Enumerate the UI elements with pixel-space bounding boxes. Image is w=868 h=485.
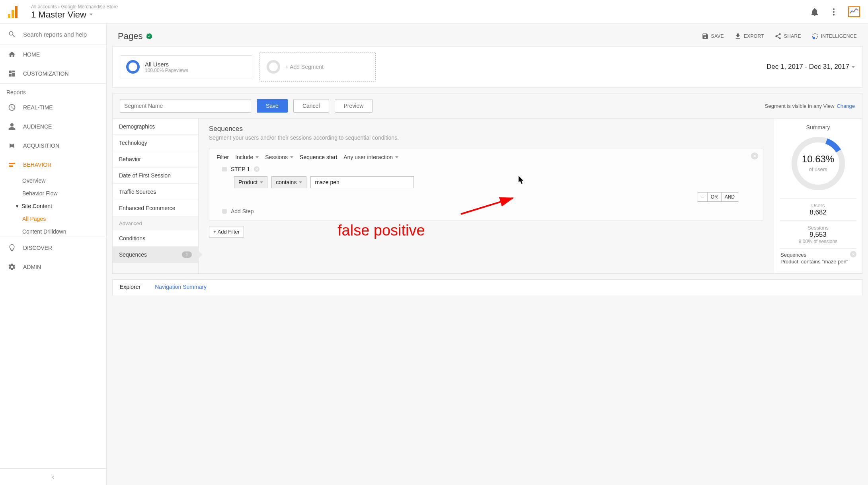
sidebar: HOME CUSTOMIZATION Reports REAL-TIME AUD… bbox=[0, 24, 107, 485]
remove-condition-button[interactable]: – bbox=[698, 192, 708, 202]
summary-donut: 10.63% of users bbox=[788, 134, 848, 193]
svg-rect-7 bbox=[12, 71, 15, 72]
change-link[interactable]: Change bbox=[837, 103, 855, 109]
visibility-text: Segment is visible in any ViewChange bbox=[765, 103, 855, 109]
action-intelligence[interactable]: INTELLIGENCE bbox=[811, 33, 857, 40]
share-icon bbox=[774, 33, 782, 40]
remove-filter-button[interactable]: ✕ bbox=[751, 152, 758, 160]
svg-point-4 bbox=[833, 11, 835, 13]
step-indicator-icon bbox=[222, 167, 227, 171]
acquisition-icon bbox=[8, 142, 16, 150]
topbar: All accounts › Google Merchandise Store … bbox=[0, 0, 868, 24]
seq-summary-close[interactable]: ✕ bbox=[850, 251, 856, 257]
cat-traffic[interactable]: Traffic Sources bbox=[113, 184, 198, 200]
svg-point-3 bbox=[833, 8, 835, 10]
include-dropdown[interactable]: Include bbox=[235, 154, 259, 160]
view-title[interactable]: 1 Master View bbox=[31, 10, 118, 20]
or-button[interactable]: OR bbox=[707, 192, 722, 202]
summary-percent-label: of users bbox=[788, 166, 848, 172]
svg-rect-6 bbox=[9, 71, 12, 74]
segment-name-input[interactable] bbox=[120, 99, 251, 113]
tab-explorer[interactable]: Explorer bbox=[113, 280, 148, 295]
sidebar-collapse[interactable]: ‹ bbox=[0, 468, 106, 485]
cat-ecommerce[interactable]: Enhanced Ecommerce bbox=[113, 200, 198, 216]
seq-summary-title: Sequences bbox=[780, 252, 856, 258]
export-icon bbox=[734, 33, 741, 40]
ga-logo-icon bbox=[8, 6, 18, 18]
add-filter-button[interactable]: + Add Filter bbox=[209, 226, 244, 238]
svg-point-15 bbox=[268, 61, 279, 72]
person-icon bbox=[8, 123, 16, 131]
clock-icon bbox=[8, 103, 16, 111]
add-step-button[interactable]: Add Step bbox=[222, 208, 756, 214]
svg-rect-1 bbox=[12, 10, 14, 18]
cat-technology[interactable]: Technology bbox=[113, 135, 198, 151]
bulb-icon bbox=[8, 244, 16, 252]
action-save[interactable]: SAVE bbox=[702, 33, 724, 40]
nav-discover[interactable]: DISCOVER bbox=[0, 238, 106, 257]
breadcrumb[interactable]: All accounts › Google Merchandise Store bbox=[31, 4, 118, 10]
seq-summary-desc: Product: contains "maze pen" bbox=[780, 259, 856, 265]
dashboard-icon bbox=[8, 70, 16, 78]
intelligence-icon bbox=[811, 33, 819, 40]
save-icon bbox=[702, 33, 709, 40]
cat-sequences[interactable]: Sequences1 bbox=[113, 247, 198, 263]
sub-behavior-flow[interactable]: Behavior Flow bbox=[0, 187, 106, 200]
filter-label: Filter bbox=[217, 154, 229, 160]
nav-admin[interactable]: ADMIN bbox=[0, 257, 106, 277]
cat-conditions[interactable]: Conditions bbox=[113, 230, 198, 247]
match-dropdown[interactable]: contains bbox=[271, 176, 306, 188]
nav-home[interactable]: HOME bbox=[0, 45, 106, 64]
cat-first-session[interactable]: Date of First Session bbox=[113, 168, 198, 184]
add-segment[interactable]: + Add Segment bbox=[259, 52, 376, 82]
remove-step-button[interactable]: ✕ bbox=[254, 166, 259, 172]
svg-rect-10 bbox=[9, 163, 15, 164]
summary-percent: 10.63% bbox=[788, 154, 848, 165]
segment-builder: Save Cancel Preview Segment is visible i… bbox=[112, 93, 862, 274]
svg-rect-2 bbox=[15, 6, 18, 18]
users-label: Users bbox=[780, 203, 856, 208]
cat-demographics[interactable]: Demographics bbox=[113, 119, 198, 135]
more-vert-icon[interactable] bbox=[829, 7, 839, 17]
seq-start-dropdown[interactable]: Any user interaction bbox=[343, 154, 398, 160]
search-icon[interactable] bbox=[8, 30, 16, 38]
scope-dropdown[interactable]: Sessions bbox=[265, 154, 293, 160]
cat-behavior[interactable]: Behavior bbox=[113, 151, 198, 168]
date-range-picker[interactable]: Dec 1, 2017 - Dec 31, 2017 bbox=[767, 63, 855, 71]
dimension-dropdown[interactable]: Product bbox=[234, 176, 267, 188]
nav-behavior[interactable]: BEHAVIOR bbox=[0, 155, 106, 174]
sessions-label: Sessions bbox=[780, 225, 856, 231]
action-share[interactable]: SHARE bbox=[774, 33, 801, 40]
home-icon bbox=[8, 51, 16, 58]
bell-icon[interactable] bbox=[810, 7, 819, 17]
sub-content-drilldown[interactable]: Content Drilldown bbox=[0, 225, 106, 238]
segment-all-users[interactable]: All Users 100.00% Pageviews bbox=[120, 55, 252, 78]
sub-all-pages[interactable]: All Pages bbox=[0, 212, 106, 225]
svg-point-13 bbox=[813, 37, 815, 39]
and-button[interactable]: AND bbox=[721, 192, 738, 202]
behavior-icon bbox=[8, 161, 16, 169]
editor-title: Sequences bbox=[209, 125, 763, 133]
condition-value-input[interactable] bbox=[310, 176, 414, 188]
save-button[interactable]: Save bbox=[257, 99, 288, 113]
main-content: Pages SAVE EXPORT SHARE INTELLIGENCE All… bbox=[107, 24, 868, 485]
preview-button[interactable]: Preview bbox=[335, 99, 373, 113]
action-export[interactable]: EXPORT bbox=[734, 33, 764, 40]
nav-realtime[interactable]: REAL-TIME bbox=[0, 98, 106, 117]
cancel-button[interactable]: Cancel bbox=[293, 99, 329, 113]
donut-icon bbox=[126, 60, 140, 74]
insights-chart-icon[interactable] bbox=[848, 6, 860, 17]
tab-nav-summary[interactable]: Navigation Summary bbox=[148, 280, 214, 295]
search-input[interactable] bbox=[23, 31, 98, 38]
segment-bar: All Users 100.00% Pageviews + Add Segmen… bbox=[112, 46, 862, 88]
summary-title: Summary bbox=[780, 124, 856, 131]
nav-customization[interactable]: CUSTOMIZATION bbox=[0, 64, 106, 83]
svg-point-5 bbox=[833, 14, 835, 16]
nav-audience[interactable]: AUDIENCE bbox=[0, 117, 106, 136]
sessions-pct: 9.00% of sessions bbox=[780, 239, 856, 244]
sub-site-content[interactable]: ▼Site Content bbox=[0, 200, 106, 212]
svg-point-14 bbox=[127, 61, 138, 72]
nav-acquisition[interactable]: ACQUISITION bbox=[0, 136, 106, 155]
summary-pane: Summary 10.63% of users Users 8,682 bbox=[774, 119, 862, 273]
sub-overview[interactable]: Overview bbox=[0, 174, 106, 187]
